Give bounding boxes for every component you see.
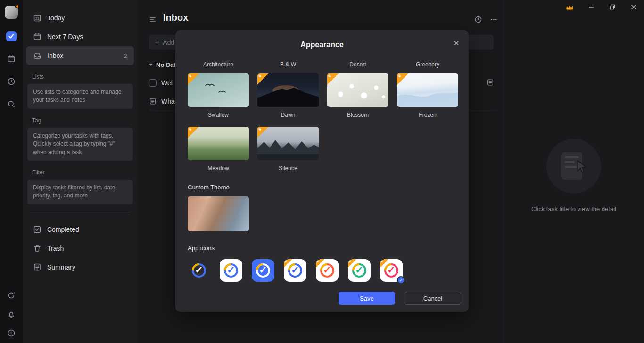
help-icon[interactable]: ? — [6, 328, 17, 338]
activity-clock-icon[interactable] — [474, 16, 482, 24]
week-calendar-icon — [33, 33, 41, 41]
theme-thumbnail-swallow[interactable]: ♛ — [188, 74, 249, 107]
group-no-date[interactable]: No Date — [149, 61, 179, 68]
theme-option-silence[interactable]: ♛ Silence — [257, 127, 319, 172]
selected-check-badge: ✓ — [397, 276, 405, 284]
theme-grid-row-1: ♛ Swallow ♛ Dawn ♛ Blossom — [188, 74, 456, 118]
page-title: Inbox — [163, 12, 188, 23]
theme-thumbnail-dawn[interactable]: ♛ — [257, 74, 319, 107]
note-indicator-icon — [487, 79, 494, 86]
pro-badge: ♛ — [316, 259, 324, 268]
custom-theme-title: Custom Theme — [188, 184, 456, 191]
plus-icon: + — [155, 39, 159, 46]
theme-label-desert[interactable]: Desert — [327, 61, 388, 68]
sidebar-item-next7days[interactable]: Next 7 Days — [26, 27, 134, 46]
filter-hint-card: Display tasks filtered by list, date, pr… — [27, 180, 133, 204]
pro-badge: ♛ — [188, 74, 199, 85]
theme-option-meadow[interactable]: ♛ Meadow — [188, 127, 249, 172]
app-icon-classic-white[interactable]: ✓ — [220, 259, 242, 282]
theme-thumbnail-frozen[interactable]: ♛ — [397, 74, 458, 107]
cursor-arrow-icon — [574, 159, 590, 175]
app-icon-orange-on-white[interactable]: ✓ ♛ — [316, 259, 339, 282]
sidebar-item-label: Completed — [47, 226, 127, 233]
sidebar-item-label: Today — [47, 14, 127, 22]
pro-badge: ♛ — [284, 259, 292, 268]
calendar-nav-icon[interactable] — [6, 54, 17, 64]
theme-thumbnail-meadow[interactable]: ♛ — [188, 127, 249, 160]
sidebar-divider — [30, 212, 130, 212]
collapse-sidebar-icon[interactable] — [149, 16, 157, 23]
task-detail-pane: Click task title to view the detail — [503, 0, 644, 343]
section-filter-label: Filter — [32, 169, 128, 176]
sidebar-item-inbox[interactable]: Inbox 2 — [26, 46, 134, 65]
pro-badge: ♛ — [257, 74, 269, 85]
trash-icon — [33, 244, 41, 253]
svg-text:?: ? — [10, 331, 13, 335]
note-icon — [149, 98, 157, 105]
theme-name: Silence — [257, 165, 319, 172]
dialog-actions: Save Cancel — [175, 292, 469, 305]
sidebar: 23 Today Next 7 Days Inbox 2 Lists Use l… — [23, 0, 138, 343]
theme-thumbnail-blossom[interactable]: ♛ — [327, 74, 388, 107]
sync-icon[interactable] — [6, 290, 17, 301]
minimize-button[interactable] — [580, 0, 602, 14]
notifications-bell-icon[interactable] — [6, 309, 17, 319]
section-lists-label: Lists — [32, 74, 128, 80]
pro-badge: ♛ — [348, 259, 356, 268]
theme-option-dawn[interactable]: ♛ Dawn — [257, 74, 319, 118]
pro-badge: ♛ — [257, 127, 269, 138]
scrolled-theme-labels: Architecture B & W Desert Greenery — [188, 61, 456, 68]
app-icon-blue-on-white[interactable]: ✓ ♛ — [284, 259, 306, 282]
theme-name: Frozen — [397, 112, 458, 118]
theme-grid-row-2: ♛ Meadow ♛ Silence — [188, 127, 456, 172]
user-avatar[interactable] — [5, 6, 18, 19]
app-icon-blue-tile[interactable]: ✓ — [252, 259, 274, 282]
pro-badge: ♛ — [380, 259, 388, 268]
window-controls — [559, 0, 644, 14]
sidebar-item-today[interactable]: 23 Today — [26, 8, 134, 27]
custom-theme-thumbnail[interactable] — [188, 196, 249, 231]
cancel-button[interactable]: Cancel — [405, 292, 461, 305]
close-button[interactable] — [623, 0, 644, 14]
theme-label-bw[interactable]: B & W — [257, 61, 319, 68]
sidebar-item-label: Next 7 Days — [47, 33, 127, 41]
more-options-icon[interactable] — [490, 16, 498, 24]
notification-dot — [15, 4, 19, 8]
chevron-down-icon — [149, 64, 153, 66]
summary-icon — [33, 263, 41, 271]
theme-option-swallow[interactable]: ♛ Swallow — [188, 74, 249, 118]
app-icon-classic-dark[interactable]: ✓ — [188, 259, 210, 282]
sidebar-item-label: Trash — [47, 245, 127, 252]
app-icon-green-on-white[interactable]: ✓ ♛ — [348, 259, 371, 282]
app-icons-title: App icons — [188, 245, 456, 252]
sidebar-item-trash[interactable]: Trash — [26, 239, 134, 258]
section-tag-label: Tag — [32, 117, 128, 124]
empty-state-hint: Click task title to view the detail — [504, 205, 644, 212]
task-checkbox[interactable] — [149, 79, 157, 87]
empty-state-illustration — [546, 139, 601, 194]
theme-option-frozen[interactable]: ♛ Frozen — [397, 74, 458, 118]
app-icon-pink-on-white[interactable]: ✓ ♛ ✓ — [380, 259, 403, 282]
theme-thumbnail-silence[interactable]: ♛ — [257, 127, 319, 160]
sidebar-item-summary[interactable]: Summary — [26, 258, 134, 277]
inbox-count-badge: 2 — [124, 52, 127, 59]
pro-badge: ♛ — [397, 74, 408, 85]
task-title[interactable]: Wha — [161, 98, 175, 105]
sidebar-item-completed[interactable]: Completed — [26, 220, 134, 239]
save-button[interactable]: Save — [339, 292, 395, 305]
search-nav-icon[interactable] — [6, 99, 17, 109]
theme-label-greenery[interactable]: Greenery — [397, 61, 458, 68]
icon-rail: ? — [0, 0, 23, 343]
svg-text:23: 23 — [35, 17, 39, 20]
close-icon[interactable]: ✕ — [452, 39, 461, 48]
task-title[interactable]: Wel — [161, 79, 173, 87]
premium-crown-icon[interactable] — [559, 0, 580, 14]
focus-clock-icon[interactable] — [6, 76, 17, 87]
lists-hint-card: Use lists to categorize and manage your … — [27, 84, 133, 109]
tasks-nav-icon[interactable] — [6, 31, 17, 41]
theme-label-architecture[interactable]: Architecture — [188, 61, 249, 68]
restore-button[interactable] — [602, 0, 623, 14]
sidebar-item-label: Summary — [47, 263, 127, 271]
theme-option-blossom[interactable]: ♛ Blossom — [327, 74, 388, 118]
theme-name: Swallow — [188, 112, 249, 118]
